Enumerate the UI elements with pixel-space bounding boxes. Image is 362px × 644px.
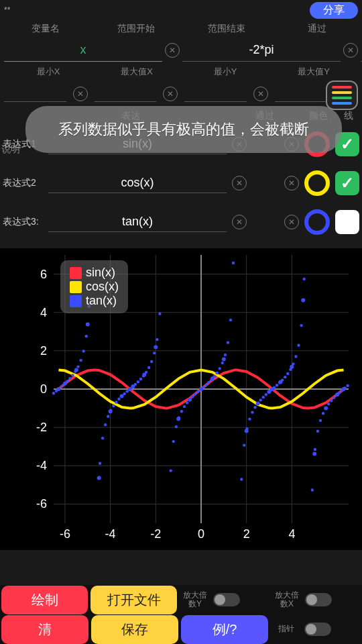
close-icon[interactable]: ✕ xyxy=(232,215,247,229)
svg-point-79 xyxy=(125,390,128,392)
svg-point-87 xyxy=(147,366,150,369)
svg-point-140 xyxy=(311,488,314,491)
svg-point-69 xyxy=(99,462,101,465)
svg-point-121 xyxy=(253,406,256,409)
expr-label: 表达式2 xyxy=(3,177,43,189)
minmax-headers: 最小X 最大值X 最小Y 最大值Y xyxy=(0,63,362,80)
example-button[interactable]: 例/? xyxy=(181,615,268,644)
open-file-button[interactable]: 打开文件 xyxy=(90,586,177,614)
line-toggle[interactable] xyxy=(335,210,359,234)
svg-point-118 xyxy=(245,427,248,430)
svg-point-135 xyxy=(292,362,294,365)
svg-point-110 xyxy=(219,367,221,370)
svg-point-105 xyxy=(204,383,207,386)
svg-point-89 xyxy=(153,352,156,354)
svg-point-104 xyxy=(202,386,204,388)
svg-text:4: 4 xyxy=(288,527,295,541)
switch-icon[interactable] xyxy=(305,593,332,606)
svg-point-75 xyxy=(115,400,117,403)
svg-point-138 xyxy=(300,324,302,327)
svg-point-119 xyxy=(248,417,251,420)
svg-point-122 xyxy=(256,402,259,405)
svg-point-134 xyxy=(289,368,292,370)
svg-point-120 xyxy=(251,411,253,413)
hdr-var: 变量名 xyxy=(0,23,90,35)
svg-text:0: 0 xyxy=(198,527,204,541)
clear-button[interactable]: 清 xyxy=(1,615,88,644)
svg-point-144 xyxy=(322,412,324,415)
var-name-input[interactable] xyxy=(4,39,162,62)
close-icon[interactable]: ✕ xyxy=(165,43,180,58)
color-picker[interactable] xyxy=(304,170,330,196)
svg-point-132 xyxy=(284,376,286,378)
svg-point-63 xyxy=(74,370,76,373)
svg-point-106 xyxy=(207,381,210,384)
svg-point-85 xyxy=(142,374,145,377)
svg-point-108 xyxy=(213,375,215,378)
svg-point-91 xyxy=(158,313,161,315)
svg-point-56 xyxy=(55,390,58,392)
svg-point-93 xyxy=(172,440,175,443)
expression-row: 表达式3: ✕ ✕ xyxy=(0,203,362,241)
svg-point-62 xyxy=(71,374,74,376)
svg-point-72 xyxy=(107,415,109,417)
switch-icon[interactable] xyxy=(304,623,331,636)
close-icon[interactable]: ✕ xyxy=(343,43,358,58)
expr-input[interactable] xyxy=(48,212,227,232)
svg-point-78 xyxy=(123,392,125,395)
svg-point-113 xyxy=(227,341,229,343)
close-icon[interactable]: ✕ xyxy=(284,215,299,229)
svg-point-74 xyxy=(112,405,115,407)
share-button[interactable]: 分享 xyxy=(310,2,358,19)
svg-point-150 xyxy=(338,391,341,394)
svg-point-82 xyxy=(134,383,137,386)
color-picker[interactable] xyxy=(304,209,330,235)
layers-icon[interactable] xyxy=(326,80,358,110)
miny-label: 最小Y xyxy=(181,66,269,78)
svg-point-153 xyxy=(346,384,349,387)
zoom-y-control[interactable]: 放大倍数Y xyxy=(178,591,270,608)
svg-point-123 xyxy=(259,398,261,401)
svg-point-101 xyxy=(194,392,196,395)
chart: -6-4-2024-6-4-20246 sin(x) cos(x) tan(x) xyxy=(0,248,362,550)
miny-input[interactable] xyxy=(184,86,247,102)
minx-input[interactable] xyxy=(4,86,66,102)
svg-point-129 xyxy=(276,384,278,386)
expr-input[interactable] xyxy=(48,173,227,193)
svg-point-125 xyxy=(265,393,267,396)
svg-point-70 xyxy=(101,437,104,439)
svg-point-57 xyxy=(58,387,60,390)
expr-label: 表达式3: xyxy=(3,216,43,228)
svg-point-128 xyxy=(273,386,276,389)
svg-point-131 xyxy=(281,378,284,381)
range-start-input[interactable] xyxy=(182,39,341,62)
svg-point-92 xyxy=(169,469,172,472)
close-icon[interactable]: ✕ xyxy=(232,176,247,191)
svg-point-76 xyxy=(117,398,120,400)
close-icon[interactable]: ✕ xyxy=(253,87,268,101)
close-icon[interactable]: ✕ xyxy=(73,87,88,101)
svg-point-61 xyxy=(68,377,71,380)
switch-icon[interactable] xyxy=(213,593,240,606)
svg-point-66 xyxy=(82,350,84,352)
svg-point-84 xyxy=(139,378,142,380)
svg-point-59 xyxy=(63,382,66,385)
plot-button[interactable]: 绘制 xyxy=(1,586,88,614)
minmax-inputs: ✕ ✕ ✕ ✕ xyxy=(0,80,362,107)
maxx-label: 最大值X xyxy=(93,66,181,78)
zoom-x-control[interactable]: 放大倍数X xyxy=(270,591,362,608)
svg-point-80 xyxy=(129,388,131,390)
save-button[interactable]: 保存 xyxy=(91,615,178,644)
svg-point-32 xyxy=(97,476,101,480)
svg-point-51 xyxy=(312,452,316,456)
pointer-control[interactable]: 指针 xyxy=(269,623,362,636)
line-toggle[interactable]: ✓ xyxy=(335,171,359,195)
svg-point-94 xyxy=(175,425,178,428)
close-icon[interactable]: ✕ xyxy=(284,176,299,191)
chart-legend: sin(x) cos(x) tan(x) xyxy=(60,260,128,313)
maxx-input[interactable] xyxy=(95,86,157,102)
svg-point-141 xyxy=(314,448,316,451)
close-icon[interactable]: ✕ xyxy=(163,87,178,101)
svg-point-137 xyxy=(297,343,300,346)
svg-point-95 xyxy=(178,416,180,419)
